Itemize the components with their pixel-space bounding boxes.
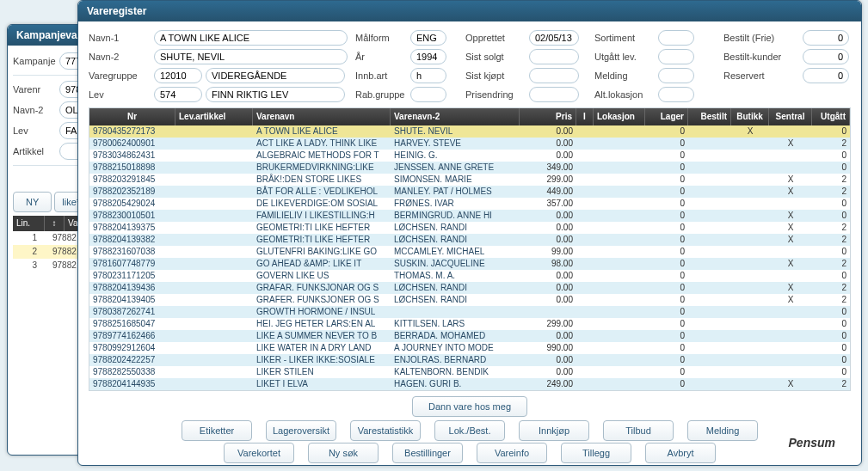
label-innbart: Innb.art bbox=[355, 70, 407, 81]
input-ar[interactable] bbox=[410, 49, 446, 64]
grid-row[interactable]: 9788204139375GEOMETRI:TI LIKE HEFTERLØCH… bbox=[89, 222, 850, 234]
input-bestiltkunder[interactable] bbox=[803, 49, 849, 64]
input-reservert[interactable] bbox=[803, 68, 849, 83]
label-bk-navn2: Navn-2 bbox=[13, 105, 59, 115]
button-innkj-p[interactable]: Innkjøp bbox=[519, 420, 589, 441]
label-rabgruppe: Rab.gruppe bbox=[355, 89, 407, 100]
label-reservert: Reservert bbox=[723, 70, 799, 81]
grid-col[interactable]: Bestilt bbox=[688, 108, 731, 125]
input-prisendring[interactable] bbox=[529, 87, 579, 102]
button-melding[interactable]: Melding bbox=[687, 420, 758, 441]
sort-icon[interactable]: ↕ bbox=[45, 216, 65, 231]
grid-row[interactable]: 9780387262741GROWTH HORMONE / INSUL00 bbox=[89, 306, 850, 318]
button-dann-vare[interactable]: Dann vare hos meg bbox=[412, 396, 527, 417]
button-ny[interactable]: NY bbox=[13, 192, 52, 212]
input-altlokasjon[interactable] bbox=[658, 87, 694, 102]
grid-row[interactable]: 9788204144935LIKET I ELVAHAGEN. GURI B.2… bbox=[89, 378, 850, 390]
input-varegruppe-name[interactable] bbox=[206, 68, 345, 83]
label-kampanje: Kampanje bbox=[13, 56, 59, 66]
grid-row[interactable]: 9780435272173A TOWN LIKE ALICESHUTE. NEV… bbox=[89, 125, 850, 138]
button-etiketter[interactable]: Etiketter bbox=[182, 420, 252, 441]
grid-row[interactable]: 9780992912604LIKE WATER IN A DRY LANDA J… bbox=[89, 342, 850, 354]
button-row-2: VarekortetNy søkBestillingerVareinfoTill… bbox=[78, 443, 861, 463]
input-utgattlev[interactable] bbox=[658, 49, 694, 64]
input-innbart[interactable] bbox=[410, 68, 446, 83]
grid-col[interactable]: Nr bbox=[89, 108, 175, 125]
grid-col[interactable]: Butikk bbox=[731, 108, 769, 125]
input-bestiltfrie[interactable] bbox=[803, 30, 849, 46]
grid-col[interactable]: Sentral bbox=[769, 108, 812, 125]
grid-col[interactable]: I bbox=[576, 108, 594, 125]
grid-col[interactable]: Utgått bbox=[812, 108, 850, 125]
grid-col[interactable]: Varenavn bbox=[253, 108, 391, 125]
grid-row[interactable]: 9788251685047HEI. JEG HETER LARS:EN ALKI… bbox=[89, 318, 850, 330]
label-prisendring: Prisendring bbox=[465, 89, 526, 100]
button-bestillinger[interactable]: Bestillinger bbox=[392, 443, 463, 463]
label-bk-artikkel: Artikkel bbox=[13, 146, 59, 156]
input-sortiment[interactable] bbox=[658, 30, 694, 46]
label-navn2: Navn-2 bbox=[89, 52, 151, 62]
grid-row[interactable]: 9781607748779GO AHEAD &AMP: LIKE ITSUSKI… bbox=[89, 258, 850, 270]
label-opprettet: Opprettet bbox=[465, 33, 526, 43]
grid-row[interactable]: 9788202352189BÅT FOR ALLE : VEDLIKEHOLMA… bbox=[89, 186, 850, 198]
dann-wrap: Dann vare hos meg bbox=[78, 396, 861, 420]
button-ny-s-k[interactable]: Ny søk bbox=[308, 443, 379, 463]
button-row-1: EtiketterLageroversiktVarestatistikkLok.… bbox=[78, 420, 861, 441]
grid-row[interactable]: 9780062400901ACT LIKE A LADY. THINK LIKE… bbox=[89, 138, 850, 150]
titlebar-front: Vareregister bbox=[78, 1, 861, 21]
input-lev-name[interactable] bbox=[206, 87, 345, 102]
grid-row[interactable]: 9788215018898BRUKERMEDVIRKNING:LIKEJENSS… bbox=[89, 162, 850, 174]
label-sistkjopt: Sist kjøpt bbox=[465, 70, 526, 81]
grid-col[interactable]: Varenavn-2 bbox=[391, 108, 520, 125]
grid-row[interactable]: 9788204139405GRAFER. FUNKSJONER OG SLØCH… bbox=[89, 294, 850, 306]
grid-row[interactable]: 9789774162466LIKE A SUMMER NEVER TO BBER… bbox=[89, 330, 850, 342]
grid-row[interactable]: 9788204139436GRAFAR. FUNKSJONAR OG SLØCH… bbox=[89, 282, 850, 294]
label-malform: Målform bbox=[355, 33, 407, 43]
grid-col[interactable]: Lokasjon bbox=[594, 108, 645, 125]
grid-col[interactable]: Pris bbox=[520, 108, 576, 125]
window-vareregister: Vareregister Navn-1 Målform Opprettet So… bbox=[77, 0, 862, 466]
label-ar: År bbox=[355, 52, 407, 62]
label-utgattlev: Utgått lev. bbox=[594, 52, 655, 62]
button-lok-best-[interactable]: Lok./Best. bbox=[434, 420, 505, 441]
button-varekortet[interactable]: Varekortet bbox=[224, 443, 294, 463]
grid-header: NrLev.artikkelVarenavnVarenavn-2PrisILok… bbox=[89, 108, 850, 125]
grid-row[interactable]: 9788203291845BRÅK!:DEN STORE LIKESSIMONS… bbox=[89, 174, 850, 186]
button-avbryt[interactable]: Avbryt bbox=[645, 443, 716, 463]
grid: NrLev.artikkelVarenavnVarenavn-2PrisILok… bbox=[89, 107, 851, 391]
label-navn1: Navn-1 bbox=[89, 33, 151, 43]
button-tilbud[interactable]: Tilbud bbox=[603, 420, 674, 441]
grid-row[interactable]: 9783034862431ALGEBRAIC METHODS FOR THEIN… bbox=[89, 150, 850, 162]
button-vareinfo[interactable]: Vareinfo bbox=[477, 443, 547, 463]
input-sistkjopt[interactable] bbox=[529, 68, 579, 83]
label-lev: Lev bbox=[89, 89, 151, 100]
grid-row[interactable]: 9788205429024DE LIKEVERDIGE:OM SOSIALFRØ… bbox=[89, 198, 850, 210]
input-lev-code[interactable] bbox=[154, 87, 202, 102]
input-navn2[interactable] bbox=[154, 49, 348, 64]
grid-row[interactable]: 9788202422257LIKER - LIKER IKKE:SOSIALEE… bbox=[89, 354, 850, 366]
label-sistsolgt: Sist solgt bbox=[465, 52, 526, 62]
input-varegruppe-code[interactable] bbox=[154, 68, 202, 83]
input-rabgruppe[interactable] bbox=[410, 87, 446, 102]
button-tillegg[interactable]: Tillegg bbox=[561, 443, 631, 463]
label-bestiltkunder: Bestilt-kunder bbox=[723, 52, 799, 62]
grid-body[interactable]: 9780435272173A TOWN LIKE ALICESHUTE. NEV… bbox=[89, 125, 850, 390]
input-navn1[interactable] bbox=[154, 30, 348, 46]
grid-col[interactable]: Lager bbox=[645, 108, 688, 125]
grid-row[interactable]: 9788282550338LIKER STILENKALTENBORN. BEN… bbox=[89, 366, 850, 378]
input-malform[interactable] bbox=[410, 30, 446, 46]
input-opprettet[interactable] bbox=[529, 30, 579, 46]
button-lageroversikt[interactable]: Lageroversikt bbox=[266, 420, 336, 441]
button-varestatistikk[interactable]: Varestatistikk bbox=[350, 420, 421, 441]
label-bk-lev: Lev bbox=[13, 125, 59, 136]
label-bk-varenr: Varenr bbox=[13, 84, 59, 95]
grid-row[interactable]: 9788231607038GLUTENFRI BAKING:LIKE GOMCC… bbox=[89, 246, 850, 258]
label-varegruppe: Varegruppe bbox=[89, 70, 151, 81]
input-melding[interactable] bbox=[658, 68, 694, 83]
grid-col[interactable]: Lev.artikkel bbox=[175, 108, 253, 125]
grid-row[interactable]: 9780231171205GOVERN LIKE USTHOMAS. M. A.… bbox=[89, 270, 850, 282]
grid-row[interactable]: 9788204139382GEOMETRI:TI LIKE HEFTERLØCH… bbox=[89, 234, 850, 246]
input-sistsolgt[interactable] bbox=[529, 49, 579, 64]
label-sortiment: Sortiment bbox=[594, 33, 655, 43]
grid-row[interactable]: 9788230010501FAMILIELIV I LIKESTILLING:H… bbox=[89, 210, 850, 222]
